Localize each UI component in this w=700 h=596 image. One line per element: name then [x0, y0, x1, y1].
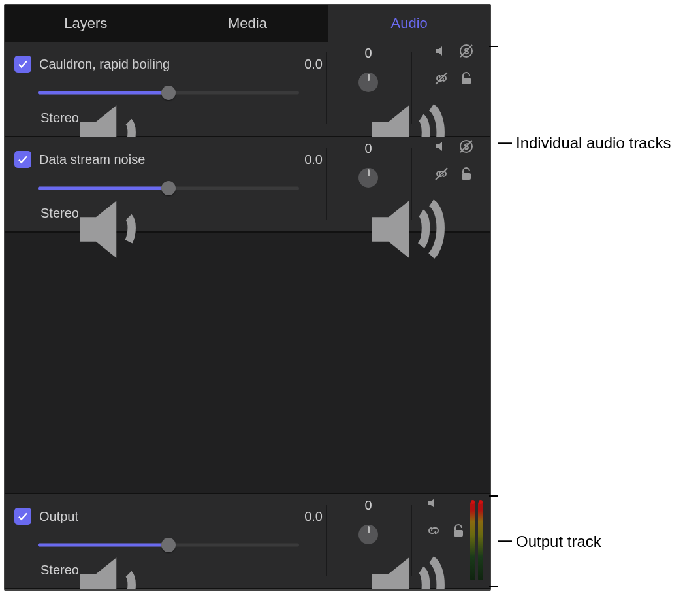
output-meter — [470, 502, 483, 582]
audio-track: Cauldron, rapid boiling 0.0 Stereo ▲ — [5, 42, 490, 137]
pan-knob[interactable] — [358, 168, 378, 188]
enable-checkbox[interactable] — [14, 151, 31, 168]
pan-value[interactable]: 0 — [349, 498, 388, 513]
chevron-updown-icon: ▲▼ — [105, 566, 112, 574]
output-track: Output 0.0 Stereo ▲▼ — [5, 493, 490, 589]
chevron-updown-icon: ▲▼ — [105, 114, 112, 122]
pan-knob[interactable] — [358, 73, 378, 92]
meter-bar-left — [470, 502, 475, 580]
lock-icon[interactable] — [458, 71, 474, 86]
divider — [411, 148, 412, 220]
tab-media[interactable]: Media — [167, 5, 329, 42]
volume-low-icon — [14, 180, 30, 196]
channel-dropdown[interactable]: Stereo ▲▼ — [40, 563, 112, 578]
volume-high-icon — [307, 85, 323, 101]
channel-dropdown[interactable]: Stereo ▲▼ — [40, 110, 112, 125]
solo-icon[interactable] — [458, 43, 474, 59]
level-slider[interactable] — [38, 85, 299, 101]
channel-label: Stereo — [40, 563, 79, 578]
track-name[interactable]: Cauldron, rapid boiling — [39, 57, 283, 72]
volume-low-icon — [14, 537, 30, 553]
level-value[interactable]: 0.0 — [283, 509, 323, 524]
mute-icon[interactable] — [434, 139, 449, 154]
enable-checkbox[interactable] — [14, 508, 31, 525]
channel-dropdown[interactable]: Stereo ▲▼ — [40, 206, 112, 221]
level-slider[interactable] — [38, 180, 299, 196]
audio-panel: Layers Media Audio Cauldron, rapid boili… — [4, 4, 491, 591]
pan-value[interactable]: 0 — [349, 141, 388, 156]
channel-label: Stereo — [40, 110, 79, 125]
volume-high-icon — [307, 537, 323, 553]
annotation-label: Individual audio tracks — [516, 134, 671, 152]
channel-label: Stereo — [40, 206, 79, 221]
annotation-label: Output track — [516, 533, 601, 551]
volume-high-icon — [307, 180, 323, 196]
level-slider[interactable] — [38, 537, 299, 553]
annotation-bracket — [498, 46, 498, 240]
chevron-updown-icon: ▲▼ — [105, 209, 112, 217]
audio-track: Data stream noise 0.0 Stereo ▲▼ — [5, 137, 490, 233]
mute-icon[interactable] — [426, 495, 441, 511]
meter-bar-right — [478, 502, 483, 580]
pan-knob[interactable] — [358, 525, 378, 544]
track-name[interactable]: Data stream noise — [39, 152, 283, 167]
solo-icon[interactable] — [458, 139, 474, 154]
mute-icon[interactable] — [434, 43, 449, 59]
level-value[interactable]: 0.0 — [283, 57, 323, 72]
link-icon[interactable] — [434, 166, 449, 182]
pan-value[interactable]: 0 — [349, 46, 388, 61]
tab-layers[interactable]: Layers — [5, 5, 167, 42]
level-value[interactable]: 0.0 — [283, 152, 323, 167]
lock-icon[interactable] — [451, 523, 466, 538]
link-icon[interactable] — [426, 523, 441, 538]
lock-icon[interactable] — [458, 166, 474, 182]
volume-low-icon — [14, 85, 30, 101]
enable-checkbox[interactable] — [14, 56, 31, 73]
divider — [411, 52, 412, 124]
track-list: Cauldron, rapid boiling 0.0 Stereo ▲ — [5, 42, 490, 589]
tab-bar: Layers Media Audio — [5, 5, 490, 42]
tab-audio[interactable]: Audio — [328, 5, 490, 42]
annotation-bracket — [498, 495, 498, 587]
link-icon[interactable] — [434, 71, 449, 86]
track-name[interactable]: Output — [39, 509, 283, 524]
divider — [411, 505, 412, 576]
